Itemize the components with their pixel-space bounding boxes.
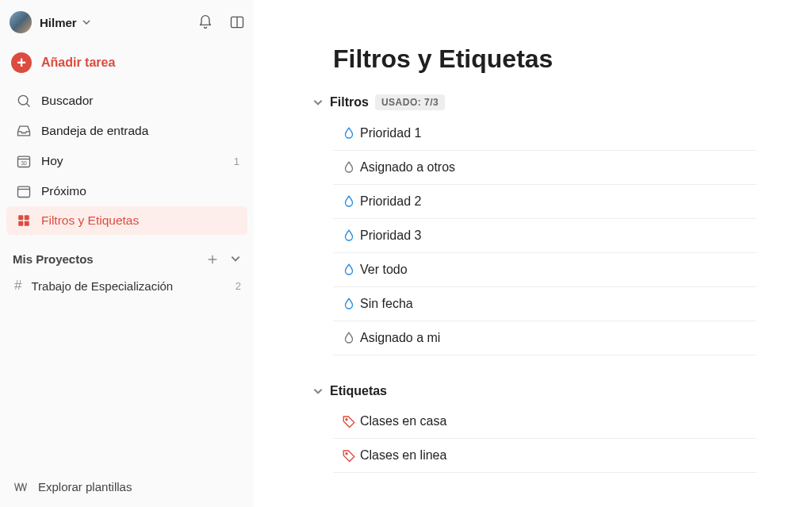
svg-point-22: [346, 453, 347, 455]
plus-icon: +: [11, 52, 32, 73]
drop-icon: [338, 160, 360, 175]
filter-row[interactable]: Asignado a otros: [333, 151, 756, 185]
project-item[interactable]: # Trabajo de Especialización 2: [0, 271, 254, 301]
svg-rect-15: [18, 215, 23, 220]
tag-icon: [338, 448, 360, 463]
filter-row[interactable]: Prioridad 1: [333, 117, 756, 151]
calendar-today-icon: 30: [14, 153, 33, 169]
filter-row[interactable]: Prioridad 2: [333, 185, 756, 219]
add-task-button[interactable]: + Añadir tarea: [0, 44, 254, 81]
grid-icon: [14, 213, 33, 228]
nav-label: Hoy: [41, 154, 63, 168]
filters-title: Filtros: [330, 95, 369, 109]
nav-label: Bandeja de entrada: [41, 124, 148, 138]
filters-usage-badge: USADO: 7/3: [375, 94, 445, 110]
labels-title: Etiquetas: [330, 384, 387, 398]
tag-icon: [338, 414, 360, 428]
avatar: [10, 11, 32, 33]
filter-label: Ver todo: [360, 263, 408, 277]
nav-filters-labels[interactable]: Filtros y Etiquetas: [6, 206, 247, 235]
chevron-down-icon: [312, 386, 324, 397]
svg-line-3: [26, 103, 29, 106]
user-menu[interactable]: Hilmer: [0, 6, 254, 40]
svg-point-2: [18, 95, 28, 105]
nav-label: Buscador: [41, 94, 93, 108]
svg-rect-17: [18, 221, 23, 226]
label-label: Clases en linea: [360, 448, 446, 463]
search-icon: [14, 93, 33, 109]
project-count: 2: [236, 280, 241, 292]
label-row[interactable]: Clases en casa: [333, 405, 756, 439]
label-label: Clases en casa: [360, 414, 446, 428]
explore-templates[interactable]: Explorar plantillas: [0, 469, 254, 504]
add-project-icon[interactable]: [206, 253, 219, 266]
nav-label: Próximo: [41, 184, 86, 198]
filters-list: Prioridad 1Asignado a otrosPrioridad 2Pr…: [333, 117, 756, 355]
nav-search[interactable]: Buscador: [6, 86, 247, 116]
project-label: Trabajo de Especialización: [31, 279, 173, 293]
filter-row[interactable]: Ver todo: [333, 253, 756, 287]
svg-rect-16: [25, 215, 29, 220]
filter-label: Prioridad 1: [360, 126, 421, 140]
nav-upcoming[interactable]: Próximo: [6, 176, 247, 206]
drop-icon: [338, 297, 360, 311]
svg-point-21: [346, 419, 347, 421]
filter-label: Asignado a otros: [360, 160, 455, 175]
projects-title: Mis Proyectos: [13, 252, 94, 266]
filter-label: Asignado a mi: [360, 331, 440, 345]
svg-text:30: 30: [21, 160, 27, 166]
drop-icon: [338, 194, 360, 209]
sidebar: Hilmer + Añadir tarea Busca: [0, 0, 254, 507]
drop-icon: [338, 263, 360, 277]
nav-label: Filtros y Etiquetas: [41, 213, 139, 228]
projects-header[interactable]: Mis Proyectos: [0, 238, 254, 271]
drop-icon: [338, 126, 360, 140]
filter-label: Sin fecha: [360, 297, 413, 311]
inbox-icon: [14, 123, 33, 139]
svg-rect-7: [18, 186, 30, 197]
panel-toggle-icon[interactable]: [228, 13, 246, 31]
chevron-down-icon: [82, 17, 91, 27]
filter-row[interactable]: Sin fecha: [333, 287, 756, 321]
nav-today[interactable]: 30 Hoy 1: [6, 146, 247, 176]
filter-label: Prioridad 2: [360, 194, 421, 209]
filter-row[interactable]: Prioridad 3: [333, 219, 756, 253]
notifications-icon[interactable]: [197, 13, 214, 31]
svg-rect-18: [25, 221, 29, 226]
main-content: Filtros y Etiquetas Filtros USADO: 7/3 P…: [254, 0, 812, 507]
nav: Buscador Bandeja de entrada 30 Hoy 1 Pró: [0, 81, 254, 238]
chevron-down-icon[interactable]: [230, 253, 241, 266]
nav-inbox[interactable]: Bandeja de entrada: [6, 116, 247, 146]
username: Hilmer: [40, 16, 77, 29]
nav-count: 1: [234, 156, 239, 167]
drop-icon: [338, 331, 360, 345]
calendar-upcoming-icon: [14, 183, 33, 199]
add-task-label: Añadir tarea: [41, 56, 115, 70]
filter-row[interactable]: Asignado a mi: [333, 321, 756, 355]
page-title: Filtros y Etiquetas: [333, 44, 756, 74]
footer-label: Explorar plantillas: [38, 480, 132, 494]
templates-icon: [13, 478, 29, 494]
filters-group-header[interactable]: Filtros USADO: 7/3: [312, 94, 756, 110]
labels-list: Clases en casaClases en linea: [333, 405, 756, 473]
drop-icon: [338, 229, 360, 243]
filter-label: Prioridad 3: [360, 229, 421, 243]
hash-icon: #: [14, 278, 21, 294]
label-row[interactable]: Clases en linea: [333, 439, 756, 473]
labels-group-header[interactable]: Etiquetas: [312, 384, 756, 398]
chevron-down-icon: [312, 97, 324, 108]
